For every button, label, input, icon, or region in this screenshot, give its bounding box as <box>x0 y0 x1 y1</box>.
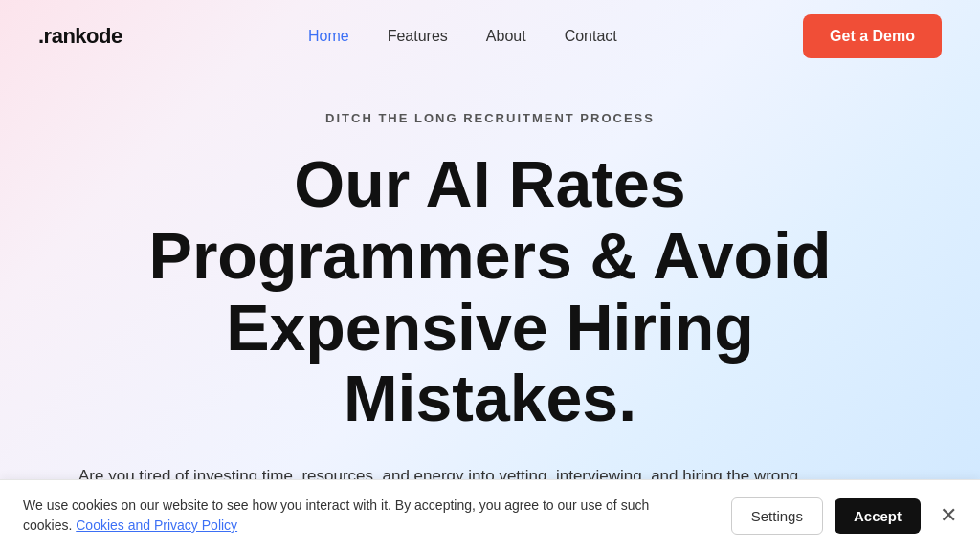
nav-link-contact[interactable]: Contact <box>565 28 617 45</box>
hero-title: Our AI Rates Programmers & Avoid Expensi… <box>78 148 902 434</box>
nav-link-about[interactable]: About <box>486 28 526 45</box>
nav-link-home[interactable]: Home <box>308 28 349 45</box>
cookie-policy-link[interactable]: Cookies and Privacy Policy <box>76 518 237 533</box>
nav-links: Home Features About Contact <box>308 28 617 45</box>
nav-link-features[interactable]: Features <box>388 28 448 45</box>
cookie-settings-button[interactable]: Settings <box>731 497 823 535</box>
cookie-text: We use cookies on our website to see how… <box>23 496 693 536</box>
hero-section: DITCH THE LONG RECRUITMENT PROCESS Our A… <box>0 73 980 546</box>
cookie-banner: We use cookies on our website to see how… <box>0 479 980 551</box>
get-demo-button[interactable]: Get a Demo <box>803 14 942 58</box>
hero-eyebrow: DITCH THE LONG RECRUITMENT PROCESS <box>38 111 942 125</box>
cookie-accept-button[interactable]: Accept <box>835 498 921 534</box>
navbar: .rankode Home Features About Contact Get… <box>0 0 980 73</box>
cookie-actions: Settings Accept ✕ <box>731 497 957 535</box>
logo: .rankode <box>38 24 122 49</box>
cookie-close-button[interactable]: ✕ <box>940 505 957 526</box>
